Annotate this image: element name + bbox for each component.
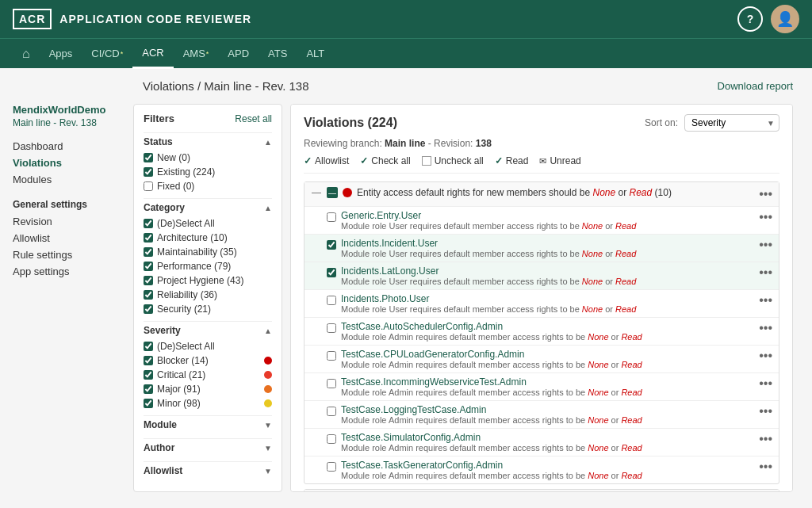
nav-home[interactable]: ⌂ — [13, 39, 40, 69]
sidebar-item-revision[interactable]: Revision — [13, 213, 127, 230]
filter-existing-checkbox[interactable] — [144, 167, 153, 177]
nav-apps[interactable]: Apps — [40, 39, 82, 69]
none-kw-2: None — [582, 249, 603, 258]
row-incidents-photo-checkbox[interactable] — [327, 296, 336, 305]
filter-blocker-checkbox[interactable] — [144, 356, 153, 365]
row-incidents-latlong-more[interactable]: ••• — [759, 265, 772, 280]
row-incidents-photo-name[interactable]: Incidents.Photo.User — [341, 293, 754, 304]
sidebar: MendixWorldDemo Main line - Rev. 138 Das… — [0, 101, 127, 492]
breadcrumb-row: Violations / Main line - Rev. 138 Downlo… — [0, 68, 812, 101]
nav-acr[interactable]: ACR — [132, 39, 173, 69]
sort-select[interactable]: Severity Category Module Name — [684, 114, 779, 132]
filter-architecture-checkbox[interactable] — [144, 233, 153, 243]
row-incidents-incident-checkbox[interactable] — [327, 240, 336, 250]
filter-critical-checkbox[interactable] — [144, 370, 153, 380]
help-button[interactable]: ? — [737, 6, 763, 32]
row-incidents-photo-more[interactable]: ••• — [759, 293, 772, 307]
filter-sev-deselect-checkbox[interactable] — [144, 342, 153, 351]
row-cpu-load-more[interactable]: ••• — [759, 349, 772, 363]
nav-apd[interactable]: APD — [218, 39, 259, 69]
nav-alt[interactable]: ALT — [297, 39, 334, 69]
row-generic-entry-checkbox[interactable] — [327, 212, 336, 222]
row-simulator-checkbox[interactable] — [327, 434, 336, 444]
sidebar-item-allowlist[interactable]: Allowlist — [13, 230, 127, 246]
row-simulator-more[interactable]: ••• — [759, 432, 772, 446]
filter-section-category[interactable]: Category ▲ — [144, 198, 272, 216]
filter-status-label: Status — [144, 136, 173, 147]
group-2-header[interactable]: ▶ If an anonymous user is allowed to cre… — [304, 490, 779, 492]
row-task-generator-more[interactable]: ••• — [759, 460, 772, 474]
nav-cicd[interactable]: CI/CD* — [82, 39, 132, 69]
filters-title: Filters — [144, 113, 174, 124]
group-1-actions-menu[interactable]: ••• — [753, 187, 772, 201]
read-action[interactable]: ✓ Read — [495, 155, 529, 166]
row-auto-scheduler-name[interactable]: TestCase.AutoSchedulerConfig.Admin — [341, 321, 754, 332]
none-kw-4: None — [582, 304, 603, 314]
uncheck-all-action[interactable]: Uncheck all — [422, 155, 484, 166]
nav-ats[interactable]: ATS — [259, 39, 297, 69]
row-incidents-incident-name[interactable]: Incidents.Incident.User — [341, 238, 754, 249]
filter-major-checkbox[interactable] — [144, 384, 153, 394]
row-logging-test-checkbox[interactable] — [327, 407, 336, 416]
unread-action[interactable]: ✉ Unread — [539, 155, 580, 166]
avatar[interactable]: 👤 — [771, 5, 799, 33]
filter-maintainability-checkbox[interactable] — [144, 247, 153, 257]
row-incoming-webservice-checkbox[interactable] — [327, 379, 336, 388]
row-incidents-incident-more[interactable]: ••• — [759, 238, 772, 252]
filter-security-label: Security (21) — [157, 304, 272, 315]
row-generic-entry-more[interactable]: ••• — [759, 210, 772, 224]
filter-new-checkbox[interactable] — [144, 153, 153, 162]
filter-section-status[interactable]: Status ▲ — [144, 132, 272, 151]
row-simulator-name[interactable]: TestCase.SimulatorConfig.Admin — [341, 432, 754, 443]
read-kw-1: Read — [615, 221, 636, 231]
group-1-indeterminate-checkbox[interactable]: — — [327, 187, 338, 198]
row-task-generator-checkbox[interactable] — [327, 462, 336, 472]
filter-author-label: Author — [144, 442, 174, 453]
row-incoming-webservice-more[interactable]: ••• — [759, 376, 772, 391]
filter-section-allowlist[interactable]: Allowlist ▼ — [144, 461, 272, 479]
row-logging-test-more[interactable]: ••• — [759, 404, 772, 418]
filter-section-module[interactable]: Module ▼ — [144, 415, 272, 434]
row-generic-entry-name[interactable]: Generic.Entry.User — [341, 210, 754, 221]
row-auto-scheduler-more[interactable]: ••• — [759, 321, 772, 335]
filter-performance-checkbox[interactable] — [144, 262, 153, 271]
filter-status-items: New (0) Existing (224) Fixed (0) — [144, 151, 272, 193]
filter-security-checkbox[interactable] — [144, 304, 153, 314]
row-auto-scheduler-checkbox[interactable] — [327, 323, 336, 333]
allowlist-action[interactable]: ✓ Allowlist — [304, 155, 349, 166]
none-kw-9: None — [588, 443, 608, 453]
none-kw-8: None — [588, 415, 608, 425]
row-incidents-latlong-name[interactable]: Incidents.LatLong.User — [341, 265, 754, 277]
filter-cat-deselect-checkbox[interactable] — [144, 219, 153, 228]
row-task-generator-name[interactable]: TestCase.TaskGeneratorConfig.Admin — [341, 460, 754, 471]
sidebar-item-app-settings[interactable]: App settings — [13, 263, 127, 280]
group-1-header[interactable]: — — Entity access default rights for new… — [304, 182, 779, 206]
severity-collapse-icon: ▲ — [264, 327, 272, 335]
row-cpu-load-checkbox[interactable] — [327, 351, 336, 361]
filter-minor-checkbox[interactable] — [144, 399, 153, 408]
row-cpu-load-name[interactable]: TestCase.CPULoadGeneratorConfig.Admin — [341, 349, 754, 360]
row-auto-scheduler-content: TestCase.AutoSchedulerConfig.Admin Modul… — [341, 321, 754, 342]
action-bar: ✓ Allowlist ✓ Check all Uncheck all ✓ Re… — [304, 155, 779, 174]
filter-project-hygiene-checkbox[interactable] — [144, 276, 153, 285]
row-cpu-load-content: TestCase.CPULoadGeneratorConfig.Admin Mo… — [341, 349, 754, 369]
filter-reliability-checkbox[interactable] — [144, 290, 153, 300]
filter-fixed-checkbox[interactable] — [144, 181, 153, 191]
row-incidents-incident-content: Incidents.Incident.User Module role User… — [341, 238, 754, 258]
sidebar-item-dashboard[interactable]: Dashboard — [13, 138, 127, 155]
general-settings-title: General settings — [13, 199, 127, 210]
reset-all-button[interactable]: Reset all — [235, 113, 272, 124]
sidebar-item-rule-settings[interactable]: Rule settings — [13, 246, 127, 263]
download-report-link[interactable]: Download report — [718, 80, 793, 92]
row-incidents-latlong-checkbox[interactable] — [327, 268, 336, 277]
sidebar-item-modules[interactable]: Modules — [13, 171, 127, 188]
sidebar-item-violations[interactable]: Violations — [13, 155, 127, 171]
row-logging-test-name[interactable]: TestCase.LoggingTestCase.Admin — [341, 404, 754, 415]
group-1-expand-icon[interactable]: — — [311, 187, 322, 198]
filter-section-severity[interactable]: Severity ▲ — [144, 321, 272, 339]
nav-apps-label: Apps — [49, 48, 73, 59]
check-all-action[interactable]: ✓ Check all — [360, 155, 410, 166]
nav-ams[interactable]: AMS* — [174, 39, 219, 69]
filter-section-author[interactable]: Author ▼ — [144, 438, 272, 456]
row-incoming-webservice-name[interactable]: TestCase.IncommingWebserviceTest.Admin — [341, 376, 754, 388]
